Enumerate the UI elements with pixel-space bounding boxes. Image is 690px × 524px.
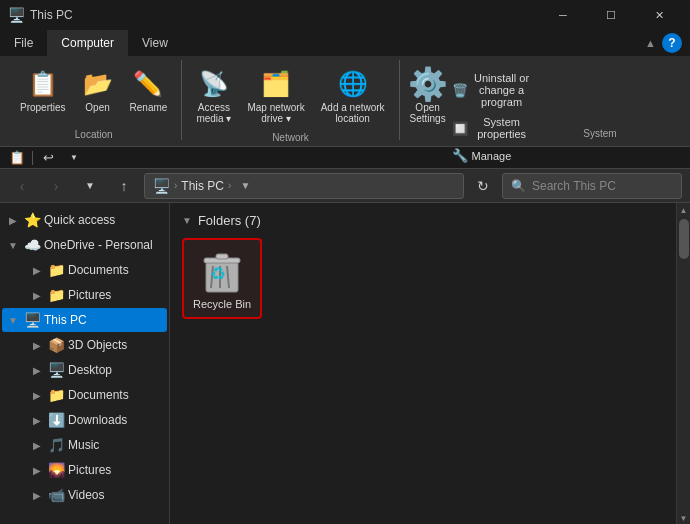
main-layout: ▶ ⭐ Quick access ▼ ☁️ OneDrive - Persona… — [0, 203, 690, 524]
search-box[interactable]: 🔍 Search This PC — [502, 173, 682, 199]
ribbon-group-system: ⚙️ OpenSettings 🗑️ Uninstall or change a… — [400, 60, 673, 140]
uninstall-icon: 🗑️ — [452, 83, 468, 98]
qa-dropdown-btn[interactable]: ▼ — [63, 149, 85, 167]
qa-separator — [32, 151, 33, 165]
address-dropdown-arrow[interactable]: ▼ — [235, 173, 255, 199]
scrollbar-thumb[interactable] — [679, 219, 689, 259]
expand-arrow: ▶ — [30, 290, 44, 301]
expand-arrow: ▶ — [30, 265, 44, 276]
rename-button[interactable]: ✏️ Rename — [124, 64, 174, 117]
expand-arrow: ▶ — [30, 415, 44, 426]
svg-text:♻: ♻ — [210, 264, 226, 284]
desktop-icon: 🖥️ — [48, 362, 64, 378]
sidebar-item-downloads[interactable]: ▶ ⬇️ Downloads — [2, 408, 167, 432]
ribbon-collapse-btn[interactable]: ▲ — [645, 37, 656, 49]
back-button[interactable]: ‹ — [8, 172, 36, 200]
minimize-button[interactable]: ─ — [540, 0, 586, 30]
sidebar-item-label: Documents — [68, 388, 129, 402]
title-bar-left: 🖥️ This PC — [8, 7, 73, 23]
help-button[interactable]: ? — [662, 33, 682, 53]
app-icon: 🖥️ — [8, 7, 24, 23]
address-path[interactable]: 🖥️ › This PC › ▼ — [144, 173, 464, 199]
qa-undo-btn[interactable]: ↩ — [37, 149, 59, 167]
ribbon-content: 📋 Properties 📂 Open ✏️ Rename Location 📡 — [0, 56, 690, 146]
add-network-icon: 🌐 — [337, 68, 369, 100]
sidebar-item-documents2[interactable]: ▶ 📁 Documents — [2, 383, 167, 407]
title-bar-controls: ─ ☐ ✕ — [540, 0, 682, 30]
access-media-icon: 📡 — [198, 68, 230, 100]
close-button[interactable]: ✕ — [636, 0, 682, 30]
access-media-button[interactable]: 📡 Accessmedia ▾ — [190, 64, 237, 128]
pictures-icon: 📁 — [48, 287, 64, 303]
open-button[interactable]: 📂 Open — [76, 64, 120, 117]
ribbon-tabs: File Computer View ▲ ? — [0, 30, 690, 56]
sidebar-item-this-pc[interactable]: ▼ 🖥️ This PC — [2, 308, 167, 332]
section-header: ▼ Folders (7) — [182, 213, 664, 228]
sidebar-item-label: Music — [68, 438, 99, 452]
dropdown-recent-button[interactable]: ▼ — [76, 172, 104, 200]
content-area: ▼ Folders (7) — [170, 203, 676, 524]
uninstall-button[interactable]: 🗑️ Uninstall or change a program — [448, 70, 536, 110]
scrollbar-down-arrow[interactable]: ▼ — [677, 511, 690, 524]
scrollbar-up-arrow[interactable]: ▲ — [677, 203, 690, 217]
properties-icon: 📋 — [27, 68, 59, 100]
recycle-bin-item[interactable]: ♻ Recycle Bin — [182, 238, 262, 319]
this-pc-icon: 🖥️ — [24, 312, 40, 328]
sidebar-item-label: OneDrive - Personal — [44, 238, 153, 252]
network-buttons: 📡 Accessmedia ▾ 🗂️ Map networkdrive ▾ 🌐 … — [190, 60, 390, 128]
sidebar-item-pictures2[interactable]: ▶ 🌄 Pictures — [2, 458, 167, 482]
tab-computer[interactable]: Computer — [47, 30, 128, 56]
3d-objects-icon: 📦 — [48, 337, 64, 353]
sidebar-item-quick-access[interactable]: ▶ ⭐ Quick access — [2, 208, 167, 232]
quick-access-toolbar: 📋 ↩ ▼ — [0, 147, 690, 169]
sidebar-item-label: Downloads — [68, 413, 127, 427]
music-icon: 🎵 — [48, 437, 64, 453]
properties-button[interactable]: 📋 Properties — [14, 64, 72, 117]
sidebar: ▶ ⭐ Quick access ▼ ☁️ OneDrive - Persona… — [0, 203, 170, 524]
sidebar-item-label: Pictures — [68, 288, 111, 302]
forward-button[interactable]: › — [42, 172, 70, 200]
expand-arrow: ▶ — [30, 490, 44, 501]
sidebar-item-label: 3D Objects — [68, 338, 127, 352]
rename-icon: ✏️ — [132, 68, 164, 100]
sidebar-item-music[interactable]: ▶ 🎵 Music — [2, 433, 167, 457]
quick-access-icon: ⭐ — [24, 212, 40, 228]
recycle-bin-icon-container: ♻ — [194, 246, 250, 294]
open-settings-button[interactable]: ⚙️ OpenSettings — [408, 64, 448, 128]
sidebar-item-documents[interactable]: ▶ 📁 Documents — [2, 258, 167, 282]
tab-view[interactable]: View — [128, 30, 182, 56]
section-chevron: ▼ — [182, 215, 192, 226]
tab-file[interactable]: File — [0, 30, 47, 56]
onedrive-icon: ☁️ — [24, 237, 40, 253]
sidebar-item-videos[interactable]: ▶ 📹 Videos — [2, 483, 167, 507]
expand-arrow: ▼ — [6, 240, 20, 251]
sidebar-item-desktop[interactable]: ▶ 🖥️ Desktop — [2, 358, 167, 382]
location-buttons: 📋 Properties 📂 Open ✏️ Rename — [14, 60, 173, 125]
refresh-button[interactable]: ↻ — [470, 173, 496, 199]
up-button[interactable]: ↑ — [110, 172, 138, 200]
expand-arrow: ▼ — [6, 315, 20, 326]
expand-arrow: ▶ — [6, 215, 20, 226]
sidebar-item-label: Documents — [68, 263, 129, 277]
add-network-button[interactable]: 🌐 Add a networklocation — [315, 64, 391, 128]
recycle-bin-svg: ♻ — [196, 244, 248, 296]
sidebar-item-pictures[interactable]: ▶ 📁 Pictures — [2, 283, 167, 307]
sidebar-item-label: This PC — [44, 313, 87, 327]
sidebar-item-label: Quick access — [44, 213, 115, 227]
system-properties-button[interactable]: 🔲 System properties — [448, 114, 536, 142]
title-bar: 🖥️ This PC ─ ☐ ✕ — [0, 0, 690, 30]
location-label: Location — [75, 125, 113, 140]
manage-button[interactable]: 🔧 Manage — [448, 146, 536, 165]
manage-icon: 🔧 — [452, 148, 468, 163]
documents2-icon: 📁 — [48, 387, 64, 403]
path-chevron-1: › — [174, 180, 177, 191]
section-title: Folders (7) — [198, 213, 261, 228]
settings-icon: ⚙️ — [412, 68, 444, 100]
scrollbar-track[interactable]: ▲ ▼ — [676, 203, 690, 524]
sidebar-item-onedrive[interactable]: ▼ ☁️ OneDrive - Personal — [2, 233, 167, 257]
system-properties-icon: 🔲 — [452, 121, 468, 136]
qa-properties-btn[interactable]: 📋 — [6, 149, 28, 167]
maximize-button[interactable]: ☐ — [588, 0, 634, 30]
map-network-button[interactable]: 🗂️ Map networkdrive ▾ — [241, 64, 310, 128]
sidebar-item-3d-objects[interactable]: ▶ 📦 3D Objects — [2, 333, 167, 357]
